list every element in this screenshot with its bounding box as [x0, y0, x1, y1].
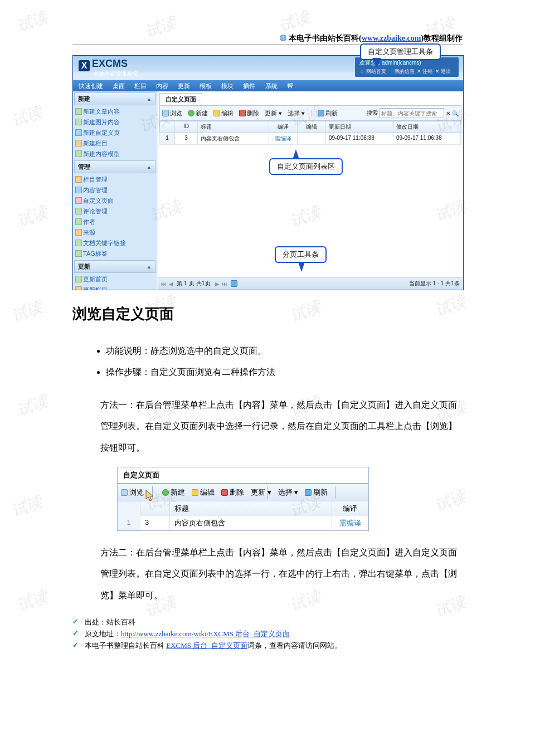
link-logout[interactable]: 注销: [422, 69, 432, 74]
refresh-icon: [318, 110, 324, 116]
view-button[interactable]: 浏览: [162, 109, 182, 118]
menu-item[interactable]: 模块: [221, 82, 234, 89]
table-row[interactable]: 1 3 内容页右侧包含 需编译: [118, 516, 368, 530]
col-compile: 编译: [269, 121, 298, 133]
del-icon: [239, 110, 246, 116]
select-button[interactable]: 选择 ▾: [278, 487, 299, 498]
cursor-icon: [145, 487, 155, 498]
collapse-icon: ▲: [147, 164, 152, 170]
sidebar-item[interactable]: 栏目管理: [73, 174, 157, 185]
view-button[interactable]: 浏览: [121, 487, 155, 498]
credit-link[interactable]: www.zzbaike.com: [362, 34, 421, 42]
sidebar-item[interactable]: 新建图片内容: [73, 117, 157, 128]
sidebar-item[interactable]: 新建文章内容: [73, 106, 157, 117]
sidebar-item[interactable]: 更新首页: [73, 274, 157, 285]
search-box: 搜索 ✕ 🔍: [367, 108, 459, 118]
logout-icon: ✕: [417, 69, 421, 74]
toolbar: 浏览 新建 编辑 删除 更新 ▾ 选择 ▾ | 刷新 搜索 ✕ 🔍: [159, 105, 461, 121]
home-icon: ⌂: [361, 69, 365, 74]
menu-item[interactable]: 更新: [178, 82, 190, 89]
menu-item[interactable]: 快速创建: [79, 82, 103, 89]
sidebar-item[interactable]: 作者: [73, 217, 157, 227]
table-row[interactable]: 1 3 内容页右侧包含 需编译 09-09-17 11:06:38 09-09-…: [159, 133, 461, 145]
menu-item[interactable]: 桌面: [113, 82, 125, 89]
bullet-list: 功能说明：静态浏览选中的自定义页面。 操作步骤：自定义页面浏览有二种操作方法: [72, 340, 463, 383]
add-icon: [162, 489, 169, 496]
more-button[interactable]: 更新 ▾: [251, 487, 271, 498]
menu-item[interactable]: 内容: [156, 82, 168, 89]
sidebar-item[interactable]: 来源: [73, 227, 157, 238]
add-button[interactable]: 新建: [188, 109, 208, 118]
mini-screenshot: 自定义页面 浏览 新建 编辑 删除 更新 ▾ 选择 ▾ 刷新 标题 编译: [117, 467, 369, 531]
search-icon[interactable]: 🔍: [452, 110, 459, 116]
select-button[interactable]: 选择 ▾: [288, 109, 305, 118]
entry-link[interactable]: EXCMS 后台_自定义页面: [166, 641, 247, 650]
grid-header: ID 标题 编译 编辑 更新日期 修改日期: [159, 121, 461, 133]
sidebar-item[interactable]: 更新栏目: [73, 285, 157, 290]
callout-list: 自定义页面列表区: [269, 158, 343, 175]
refresh-icon: [305, 489, 312, 496]
footnote: 本电子书整理自站长百科 EXCMS 后台_自定义页面词条，查看内容请访问网站。: [72, 641, 463, 651]
list-item: 功能说明：静态浏览选中的自定义页面。: [106, 340, 463, 362]
del-icon: [221, 489, 228, 496]
col-edit: 编辑: [298, 121, 326, 133]
search-input[interactable]: [380, 108, 444, 118]
pager-refresh-icon[interactable]: [231, 280, 237, 287]
list-item: 操作步骤：自定义页面浏览有二种操作方法: [106, 362, 463, 383]
last-icon[interactable]: ⏭: [222, 281, 227, 287]
link-info[interactable]: 我的信息: [395, 69, 415, 74]
del-button[interactable]: 删除: [221, 487, 244, 498]
col-update: 更新日期: [326, 121, 393, 133]
link-home[interactable]: 网站首页: [366, 69, 386, 74]
sidebar-item[interactable]: TAG标签: [73, 248, 157, 259]
mini-tab[interactable]: 自定义页面: [118, 467, 368, 484]
del-button[interactable]: 删除: [239, 109, 259, 118]
edit-icon: [192, 489, 198, 496]
edit-button[interactable]: 编辑: [192, 487, 215, 498]
side-header-update[interactable]: 更新▲: [74, 260, 155, 273]
menu-item[interactable]: 模板: [200, 82, 212, 89]
source-link[interactable]: http://www.zzbaike.com/wiki/EXCMS 后台_自定义…: [121, 630, 290, 638]
sidebar-item[interactable]: 内容管理: [73, 185, 157, 196]
col-title: 标题: [170, 501, 332, 516]
main-panel: 自定义页面 浏览 新建 编辑 删除 更新 ▾ 选择 ▾ | 刷新 搜索 ✕ 🔍: [158, 91, 463, 290]
sidebar-item[interactable]: 新建内容模型: [73, 149, 157, 159]
search-label: 搜索: [367, 109, 378, 117]
sidebar-item[interactable]: 新建自定义页: [73, 128, 157, 138]
pager-status: 当前显示 1 - 1 共1条: [409, 280, 460, 287]
paragraph: 方法一：在后台管理菜单栏上点击【内容】菜单，然后点击【自定义页面】进入自定义页面…: [100, 394, 463, 459]
clear-icon[interactable]: ✕: [446, 110, 450, 116]
separator: [335, 486, 335, 499]
credit-prefix: 本电子书由站长百科(: [289, 34, 362, 42]
menu-item[interactable]: 系统: [265, 82, 278, 89]
refresh-button[interactable]: 刷新: [318, 109, 338, 118]
add-button[interactable]: 新建: [162, 487, 185, 498]
tab-custom-page[interactable]: 自定义页面: [159, 93, 202, 105]
menu-item[interactable]: 插件: [243, 82, 255, 89]
refresh-button[interactable]: 刷新: [305, 487, 328, 498]
footnote: 原文地址：http://www.zzbaike.com/wiki/EXCMS 后…: [72, 629, 463, 639]
link-exit[interactable]: 退出: [441, 69, 451, 74]
next-icon[interactable]: ▶: [215, 281, 220, 287]
prev-icon[interactable]: ◀: [169, 281, 173, 287]
side-header-manage[interactable]: 管理▲: [74, 160, 155, 173]
first-icon[interactable]: ⏮: [161, 281, 167, 287]
more-button[interactable]: 更新 ▾: [265, 109, 282, 118]
edit-button[interactable]: 编辑: [213, 109, 234, 118]
sidebar-item[interactable]: 新建栏目: [73, 138, 157, 149]
menu-item[interactable]: 帮: [287, 82, 293, 89]
footnotes: 出处：站长百科 原文地址：http://www.zzbaike.com/wiki…: [72, 617, 463, 651]
side-header-new[interactable]: 新建▲: [74, 92, 155, 105]
user-box: 欢迎您，admin(icancms) ⌂网站首页 👤我的信息 ✕注销 ✕退出: [355, 57, 459, 77]
logo-mark: X: [79, 60, 90, 71]
callout-pager: 分页工具条: [275, 246, 327, 263]
exit-icon: ✕: [435, 69, 440, 74]
menu-item[interactable]: 栏目: [134, 82, 147, 89]
credit-suffix: )教程组制作: [421, 34, 463, 42]
sidebar-item[interactable]: 文档关键字链接: [73, 238, 157, 248]
footnote: 出处：站长百科: [72, 617, 463, 627]
separator: [267, 486, 268, 499]
admin-screenshot: XEXCMS 卓越内容管理系统 欢迎您，admin(icancms) ⌂网站首页…: [72, 55, 464, 290]
sidebar-item[interactable]: 评论管理: [73, 206, 157, 217]
sidebar-item[interactable]: 自定义页面: [73, 196, 157, 206]
